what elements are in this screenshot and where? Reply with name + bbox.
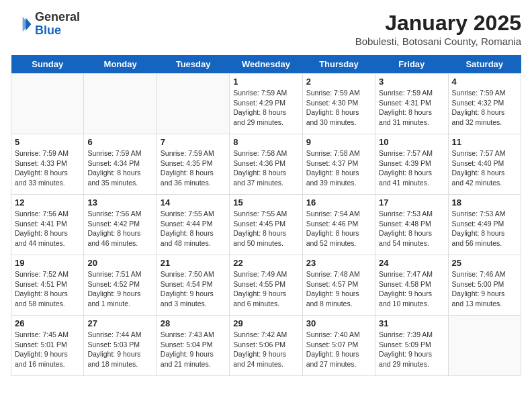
- calendar-cell: 26Sunrise: 7:45 AMSunset: 5:01 PMDayligh…: [11, 316, 84, 376]
- calendar-cell: [11, 74, 84, 134]
- calendar-cell: 19Sunrise: 7:52 AMSunset: 4:51 PMDayligh…: [11, 255, 84, 316]
- week-row-1: 1Sunrise: 7:59 AMSunset: 4:29 PMDaylight…: [11, 74, 521, 134]
- logo-icon: [11, 13, 32, 35]
- calendar-cell: 9Sunrise: 7:58 AMSunset: 4:37 PMDaylight…: [302, 134, 375, 195]
- cell-content: Sunrise: 7:59 AMSunset: 4:35 PMDaylight:…: [161, 148, 226, 188]
- day-number: 13: [87, 197, 152, 208]
- day-number: 29: [233, 318, 298, 328]
- calendar-cell: 10Sunrise: 7:57 AMSunset: 4:39 PMDayligh…: [375, 134, 448, 195]
- cell-content: Sunrise: 7:42 AMSunset: 5:06 PMDaylight:…: [233, 330, 298, 369]
- day-number: 5: [15, 137, 80, 147]
- day-number: 3: [379, 77, 444, 87]
- calendar-cell: 2Sunrise: 7:59 AMSunset: 4:30 PMDaylight…: [302, 74, 375, 134]
- week-row-3: 12Sunrise: 7:56 AMSunset: 4:41 PMDayligh…: [11, 195, 521, 255]
- calendar-cell: 28Sunrise: 7:43 AMSunset: 5:04 PMDayligh…: [157, 316, 229, 376]
- calendar-cell: 21Sunrise: 7:50 AMSunset: 4:54 PMDayligh…: [157, 255, 229, 316]
- day-number: 14: [161, 197, 226, 208]
- day-number: 18: [452, 197, 517, 208]
- cell-content: Sunrise: 7:56 AMSunset: 4:41 PMDaylight:…: [15, 209, 80, 248]
- cell-content: Sunrise: 7:40 AMSunset: 5:07 PMDaylight:…: [306, 330, 371, 369]
- cell-content: Sunrise: 7:59 AMSunset: 4:32 PMDaylight:…: [452, 88, 517, 128]
- day-number: 10: [379, 137, 444, 147]
- cell-content: Sunrise: 7:59 AMSunset: 4:33 PMDaylight:…: [15, 148, 80, 188]
- day-number: 25: [452, 258, 517, 268]
- calendar-cell: 22Sunrise: 7:49 AMSunset: 4:55 PMDayligh…: [230, 255, 302, 316]
- logo: General Blue: [11, 11, 80, 38]
- calendar-cell: 6Sunrise: 7:59 AMSunset: 4:34 PMDaylight…: [84, 134, 157, 195]
- cell-content: Sunrise: 7:55 AMSunset: 4:45 PMDaylight:…: [233, 209, 298, 248]
- calendar-cell: [84, 74, 157, 134]
- day-number: 27: [87, 318, 152, 328]
- day-number: 26: [15, 318, 80, 328]
- calendar-cell: 16Sunrise: 7:54 AMSunset: 4:46 PMDayligh…: [302, 195, 375, 255]
- week-row-5: 26Sunrise: 7:45 AMSunset: 5:01 PMDayligh…: [11, 316, 521, 376]
- cell-content: Sunrise: 7:59 AMSunset: 4:29 PMDaylight:…: [233, 88, 298, 128]
- day-number: 6: [87, 137, 152, 147]
- day-number: 19: [15, 258, 80, 268]
- calendar-cell: [157, 74, 229, 134]
- cell-content: Sunrise: 7:58 AMSunset: 4:37 PMDaylight:…: [306, 148, 371, 188]
- day-number: 21: [161, 258, 226, 268]
- calendar-cell: 11Sunrise: 7:57 AMSunset: 4:40 PMDayligh…: [448, 134, 521, 195]
- calendar-cell: 13Sunrise: 7:56 AMSunset: 4:42 PMDayligh…: [84, 195, 157, 255]
- day-number: 11: [452, 137, 517, 147]
- cell-content: Sunrise: 7:52 AMSunset: 4:51 PMDaylight:…: [15, 269, 80, 309]
- day-number: 4: [452, 77, 517, 87]
- cell-content: Sunrise: 7:39 AMSunset: 5:09 PMDaylight:…: [379, 330, 444, 369]
- logo-text: General Blue: [35, 11, 80, 38]
- cell-content: Sunrise: 7:53 AMSunset: 4:48 PMDaylight:…: [379, 209, 444, 248]
- calendar-cell: 29Sunrise: 7:42 AMSunset: 5:06 PMDayligh…: [230, 316, 302, 376]
- cell-content: Sunrise: 7:54 AMSunset: 4:46 PMDaylight:…: [306, 209, 371, 248]
- cell-content: Sunrise: 7:50 AMSunset: 4:54 PMDaylight:…: [161, 269, 226, 309]
- cell-content: Sunrise: 7:57 AMSunset: 4:40 PMDaylight:…: [452, 148, 517, 188]
- subtitle: Bobulesti, Botosani County, Romania: [355, 36, 521, 47]
- day-number: 17: [379, 197, 444, 208]
- day-header-wednesday: Wednesday: [230, 55, 302, 74]
- day-number: 28: [161, 318, 226, 328]
- day-number: 16: [306, 197, 371, 208]
- calendar-cell: 7Sunrise: 7:59 AMSunset: 4:35 PMDaylight…: [157, 134, 229, 195]
- calendar-cell: 5Sunrise: 7:59 AMSunset: 4:33 PMDaylight…: [11, 134, 84, 195]
- day-number: 22: [233, 258, 298, 268]
- calendar-cell: [448, 316, 521, 376]
- cell-content: Sunrise: 7:57 AMSunset: 4:39 PMDaylight:…: [379, 148, 444, 188]
- calendar-cell: 27Sunrise: 7:44 AMSunset: 5:03 PMDayligh…: [84, 316, 157, 376]
- day-header-tuesday: Tuesday: [157, 55, 229, 74]
- cell-content: Sunrise: 7:59 AMSunset: 4:30 PMDaylight:…: [306, 88, 371, 128]
- calendar-cell: 12Sunrise: 7:56 AMSunset: 4:41 PMDayligh…: [11, 195, 84, 255]
- day-number: 15: [233, 197, 298, 208]
- calendar-cell: 4Sunrise: 7:59 AMSunset: 4:32 PMDaylight…: [448, 74, 521, 134]
- calendar-cell: 15Sunrise: 7:55 AMSunset: 4:45 PMDayligh…: [230, 195, 302, 255]
- calendar-table: SundayMondayTuesdayWednesdayThursdayFrid…: [11, 55, 521, 376]
- calendar-cell: 18Sunrise: 7:53 AMSunset: 4:49 PMDayligh…: [448, 195, 521, 255]
- day-number: 24: [379, 258, 444, 268]
- cell-content: Sunrise: 7:49 AMSunset: 4:55 PMDaylight:…: [233, 269, 298, 309]
- page-header: General Blue January 2025 Bobulesti, Bot…: [11, 11, 521, 47]
- day-number: 30: [306, 318, 371, 328]
- cell-content: Sunrise: 7:53 AMSunset: 4:49 PMDaylight:…: [452, 209, 517, 248]
- day-header-friday: Friday: [375, 55, 448, 74]
- cell-content: Sunrise: 7:44 AMSunset: 5:03 PMDaylight:…: [87, 330, 152, 369]
- day-header-saturday: Saturday: [448, 55, 521, 74]
- cell-content: Sunrise: 7:45 AMSunset: 5:01 PMDaylight:…: [15, 330, 80, 369]
- week-row-4: 19Sunrise: 7:52 AMSunset: 4:51 PMDayligh…: [11, 255, 521, 316]
- cell-content: Sunrise: 7:46 AMSunset: 5:00 PMDaylight:…: [452, 269, 517, 309]
- day-number: 8: [233, 137, 298, 147]
- calendar-cell: 30Sunrise: 7:40 AMSunset: 5:07 PMDayligh…: [302, 316, 375, 376]
- day-header-sunday: Sunday: [11, 55, 84, 74]
- calendar-cell: 31Sunrise: 7:39 AMSunset: 5:09 PMDayligh…: [375, 316, 448, 376]
- calendar-cell: 20Sunrise: 7:51 AMSunset: 4:52 PMDayligh…: [84, 255, 157, 316]
- day-header-monday: Monday: [84, 55, 157, 74]
- day-number: 7: [161, 137, 226, 147]
- calendar-cell: 23Sunrise: 7:48 AMSunset: 4:57 PMDayligh…: [302, 255, 375, 316]
- calendar-cell: 24Sunrise: 7:47 AMSunset: 4:58 PMDayligh…: [375, 255, 448, 316]
- cell-content: Sunrise: 7:48 AMSunset: 4:57 PMDaylight:…: [306, 269, 371, 309]
- cell-content: Sunrise: 7:56 AMSunset: 4:42 PMDaylight:…: [87, 209, 152, 248]
- day-number: 20: [87, 258, 152, 268]
- day-number: 1: [233, 77, 298, 87]
- day-number: 12: [15, 197, 80, 208]
- cell-content: Sunrise: 7:43 AMSunset: 5:04 PMDaylight:…: [161, 330, 226, 369]
- calendar-cell: 8Sunrise: 7:58 AMSunset: 4:36 PMDaylight…: [230, 134, 302, 195]
- calendar-cell: 25Sunrise: 7:46 AMSunset: 5:00 PMDayligh…: [448, 255, 521, 316]
- cell-content: Sunrise: 7:47 AMSunset: 4:58 PMDaylight:…: [379, 269, 444, 309]
